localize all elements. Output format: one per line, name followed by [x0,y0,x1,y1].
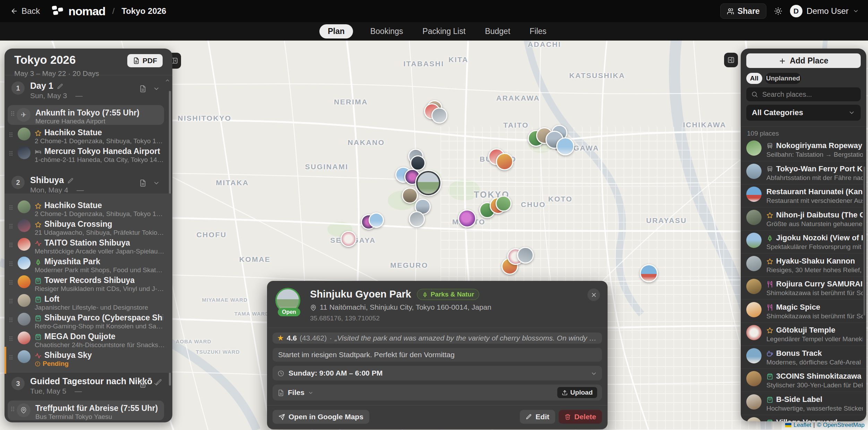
itinerary-activity[interactable]: ⠿ ✈ Ankunft in Tokyo (7:55 Uhr) Mercure … [8,105,164,125]
drag-handle[interactable]: ⠿ [9,204,12,212]
drag-handle[interactable]: ⠿ [9,298,12,306]
itinerary-place[interactable]: ⠿ Miyashita Park Moderner Park mit Shops… [5,256,172,275]
itinerary-place[interactable]: ⠿ Shibuya Crossing 21 Udagawacho, Shibuy… [5,218,172,237]
chevron-down-icon[interactable] [153,180,160,187]
search-places-input[interactable] [762,90,856,99]
app-logo[interactable]: nomad [52,5,105,18]
place-list-item[interactable]: Tokyo-Wan Ferry Port Kuriha... Abfahrtss… [741,161,866,184]
map-marker-photo[interactable] [496,153,513,170]
day-notes-icon[interactable] [139,85,147,93]
itinerary-place[interactable]: ⠿ Hachiko Statue 2 Chome-1 Dogenzaka, Sh… [5,127,172,146]
drag-handle[interactable]: ⠿ [9,131,12,139]
map-marker-photo[interactable] [640,264,658,282]
itinerary-activity[interactable]: ⠿ Treffpunkt für Abreise (7:55 Uhr) Bus … [8,401,164,420]
filter-unplanned[interactable]: Unplanned [765,73,801,84]
leaflet-link[interactable]: Leaflet [793,422,811,429]
itinerary-place[interactable]: ⠿ Shibuya Sky Pending [5,350,172,368]
map-marker-photo[interactable] [409,211,425,227]
tab-bookings[interactable]: Bookings [368,24,405,38]
drag-handle[interactable]: ⠿ [9,335,12,343]
drag-handle[interactable]: ⠿ [9,317,12,324]
itinerary-place[interactable]: ⠿ Mercure Tokyo Haneda Airport 1-chōme-2… [5,146,172,164]
chevron-down-icon[interactable] [153,85,160,92]
star-icon [35,128,42,137]
tab-plan[interactable]: Plan [319,24,353,38]
map-attribution: Leaflet | © OpenStreetMap [782,420,868,430]
share-button[interactable]: Share [720,3,766,19]
scroll-up-icon[interactable] [165,77,170,83]
itinerary-place[interactable]: ⠿ Tower Records Shibuya Riesiger Musikla… [5,275,172,293]
open-google-maps-button[interactable]: Open in Google Maps [273,410,369,424]
close-icon[interactable] [587,289,600,301]
delete-button[interactable]: Delete [559,410,602,424]
filter-all[interactable]: All [746,73,762,84]
tab-files[interactable]: Files [527,24,549,38]
drag-handle[interactable]: ⠿ [9,242,12,249]
drag-handle[interactable]: ⠿ [9,150,12,158]
place-list-item[interactable]: Restaurant Harunatei (Kanaya Po... Resta… [741,184,866,207]
edit-day-icon[interactable] [67,175,74,185]
place-photo [746,210,762,225]
map-marker-photo[interactable] [496,196,512,212]
place-list-item[interactable]: Nihon-ji Daibutsu (The Great ... Größte … [741,207,866,231]
opening-hours-row[interactable]: Sunday: 9:00 AM – 6:00 PM [273,366,602,380]
itinerary-place[interactable]: ⠿ Hachiko Statue 2 Chome-1 Dogenzaka, Sh… [5,200,172,218]
theme-toggle-icon[interactable] [774,7,782,15]
user-menu[interactable]: D Demo User [790,5,859,17]
place-list-item[interactable]: Gōtokuji Temple Legendärer Tempel voller… [741,322,866,346]
place-list-item[interactable]: Magic Spice Shimokitazawa ist berühmt fü… [741,300,866,323]
map-marker-photo[interactable] [431,108,447,123]
map-marker-photo[interactable] [458,209,476,227]
park-icon [35,257,42,266]
map-marker-photo[interactable] [402,188,418,204]
place-list-item[interactable]: B-Side Label Hochwertige, wasserfeste St… [741,392,866,415]
day-notes-icon[interactable] [139,179,147,187]
place-list-item[interactable]: Jigoku Nozoki (View of Hell) Spektakulär… [741,230,866,253]
category-dropdown[interactable]: All Categories [746,105,861,121]
places-scrollbar[interactable] [863,166,865,316]
drag-handle[interactable]: ⠿ [9,354,12,362]
itinerary-place[interactable]: ⠿ MEGA Don Quijote Chaotischer 24h-Disco… [5,331,172,350]
drag-handle[interactable]: ⠿ [10,110,14,118]
divider [5,75,172,75]
upload-button[interactable]: Upload [557,387,597,398]
dot-separator: · [329,334,332,342]
edit-day-icon[interactable] [57,81,63,91]
chevron-down-icon[interactable] [308,388,313,397]
map-marker-photo[interactable] [517,247,534,264]
collapse-right-panel-button[interactable] [724,53,738,67]
map-marker-photo[interactable] [556,137,574,155]
day-notes-icon[interactable] [139,380,147,388]
tab-packing-list[interactable]: Packing List [420,24,467,38]
map-marker-photo[interactable] [410,155,426,171]
drag-handle[interactable]: ⠿ [9,223,12,231]
edit-button[interactable]: Edit [520,410,555,424]
trip-dates: May 3 – May 22 · 20 Days [14,69,99,78]
place-list-item[interactable]: Village Vanguard [741,415,866,421]
note-field-wrap [273,348,602,362]
star-icon [35,201,42,210]
note-input[interactable] [277,350,597,359]
add-place-button[interactable]: Add Place [746,53,861,68]
itinerary-place[interactable]: ⠿ TAITO Station Shibuya Mehrstöckige Arc… [5,237,172,256]
export-pdf-button[interactable]: PDF [127,54,163,67]
drag-handle[interactable]: ⠿ [9,260,12,268]
place-list-item[interactable]: Rojiura Curry SAMURAI. Shim... Shimokita… [741,276,866,300]
drag-handle[interactable]: ⠿ [10,406,14,413]
itinerary-place[interactable]: ⠿ Shibuya Parco (Cyberspace Shibuya) Ret… [5,312,172,331]
map-marker-photo[interactable] [369,213,384,228]
place-list-item[interactable]: Bonus Track Modernes, dörfliches Café-Ar… [741,346,866,369]
place-list-item[interactable]: Hyaku-Shaku Kannon Riesiges, 30 Meter ho… [741,253,866,277]
back-button[interactable]: Back [10,6,40,16]
chevron-down-icon[interactable] [153,381,160,388]
map-marker-selected[interactable] [416,171,440,195]
place-list-item[interactable]: 3COINS Shimokitazawa Stylischer 300-Yen-… [741,369,866,392]
file-icon [277,388,284,397]
place-photo [746,417,762,421]
tab-budget[interactable]: Budget [483,24,512,38]
itinerary-place[interactable]: ⠿ Loft Japanischer Lifestyle- und Design… [5,293,172,312]
osm-link[interactable]: © OpenStreetMap [817,422,865,429]
drag-handle[interactable]: ⠿ [9,279,12,287]
map-marker-photo[interactable] [341,231,356,247]
place-list-item[interactable]: Nokogiriyama Ropeway Sum... Seilbahn: Ta… [741,138,866,161]
